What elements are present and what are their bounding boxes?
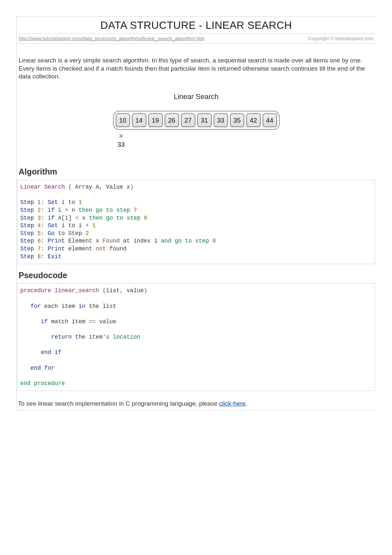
diagram-below-row: = 33 [113,130,280,149]
footer-text-before: To see linear search implementation in C… [18,400,219,407]
meta-row: http://www.tutorialspoint.com/data_struc… [17,33,376,43]
linear-search-diagram: Linear Search 10 14 19 26 27 31 33 35 42… [113,92,280,149]
intro-paragraph: Linear search is a very simple search al… [17,43,375,89]
copyright-text: Copyright © tutorialspoint.com [308,36,374,41]
array-cell: 35 [230,113,244,127]
footer-line: To see linear search implementation in C… [17,395,375,410]
array-box: 10 14 19 26 27 31 33 35 42 44 [113,111,280,130]
source-url-link[interactable]: http://www.tutorialspoint.com/data_struc… [19,36,204,41]
array-cell: 44 [263,113,277,127]
diagram-wrapper: Linear Search 10 14 19 26 27 31 33 35 42… [17,89,375,165]
array-cell: 31 [197,113,212,127]
pseudocode-code-block: procedure linear_search (list, value) fo… [17,283,375,391]
array-cell: 10 [116,113,130,127]
target-value: 33 [113,140,129,149]
array-cell: 19 [148,113,163,127]
click-here-link[interactable]: click-here [219,400,246,407]
array-cell: 33 [214,113,228,127]
algorithm-code-block: Linear Search ( Array A, Value x) Step 1… [17,180,375,264]
diagram-target-label: = 33 [113,132,129,149]
array-cell: 26 [165,113,179,127]
array-cell: 42 [246,113,261,127]
diagram-title: Linear Search [113,92,280,101]
pseudocode-heading: Pseudocode [17,269,375,283]
array-cell: 27 [181,113,195,127]
footer-text-after: . [246,400,247,407]
page-title: DATA STRUCTURE - LINEAR SEARCH [17,17,376,33]
algorithm-heading: Algorithm [17,165,375,180]
content-area: Linear search is a very simple search al… [17,43,376,410]
equals-sign: = [113,132,129,140]
page-container: DATA STRUCTURE - LINEAR SEARCH http://ww… [16,16,376,410]
array-cell: 14 [132,113,146,127]
